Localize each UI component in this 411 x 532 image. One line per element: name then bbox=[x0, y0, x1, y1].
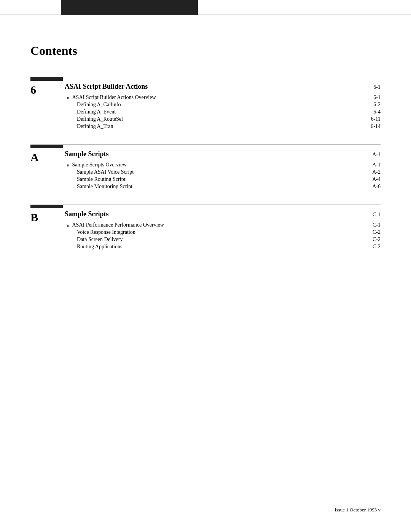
toc-entry-page-a-3: A-6 bbox=[372, 184, 381, 190]
toc-entry-page-b-2: C-2 bbox=[373, 236, 381, 243]
section-content-a: Sample ScriptsA-1nSample Scripts Overvie… bbox=[65, 150, 381, 191]
section-header-6: 6ASAI Script Builder Actions6-1nASAI Scr… bbox=[30, 77, 381, 131]
section-number-a: A bbox=[30, 151, 39, 163]
toc-entry-label-a-1: Sample ASAI Voice Script bbox=[65, 169, 134, 175]
toc-entry-page-6-4: 6-14 bbox=[371, 123, 381, 129]
section-accent-6: 6 bbox=[30, 83, 65, 96]
toc-entry-a-0: nSample Scripts OverviewA-1 bbox=[65, 162, 381, 168]
section-title-label-b: Sample Scripts bbox=[65, 210, 109, 218]
toc-bullet-icon-b-0: n bbox=[67, 223, 69, 227]
section-b: BSample ScriptsC-1nASAI Performance Perf… bbox=[30, 204, 381, 251]
section-title-label-6: ASAI Script Builder Actions bbox=[65, 83, 148, 91]
toc-entries-6: nASAI Script Builder Actions Overview6-1… bbox=[65, 94, 381, 129]
toc-entry-page-b-3: C-2 bbox=[373, 244, 381, 250]
toc-entry-label-b-0: nASAI Performance Performance Overview bbox=[65, 222, 164, 228]
toc-entry-label-b-2: Data Screen Delivery bbox=[65, 236, 123, 243]
section-accent-a: A bbox=[30, 150, 65, 163]
accent-bar-6 bbox=[30, 77, 63, 81]
toc-entries-b: nASAI Performance Performance OverviewC-… bbox=[65, 222, 381, 250]
toc-entry-label-6-1: Defining A_Callinfo bbox=[65, 102, 121, 108]
sections-container: 6ASAI Script Builder Actions6-1nASAI Scr… bbox=[30, 77, 381, 251]
toc-entry-label-a-3: Sample Monitoring Script bbox=[65, 184, 132, 190]
toc-entry-label-b-3: Routing Applications bbox=[65, 244, 122, 250]
toc-entry-page-b-0: C-1 bbox=[373, 222, 381, 228]
toc-entry-label-b-1: Voice Response Integration bbox=[65, 229, 135, 235]
toc-entry-6-3: Defining A_RouteSel6-11 bbox=[65, 116, 381, 122]
section-title-label-a: Sample Scripts bbox=[65, 150, 109, 158]
toc-entry-6-2: Defining A_Event6-4 bbox=[65, 109, 381, 115]
toc-entry-a-2: Sample Routing ScriptA-4 bbox=[65, 176, 381, 182]
toc-entry-page-b-1: C-2 bbox=[373, 229, 381, 235]
toc-entry-b-0: nASAI Performance Performance OverviewC-… bbox=[65, 222, 381, 228]
section-header-a: ASample ScriptsA-1nSample Scripts Overvi… bbox=[30, 145, 381, 191]
section-number-b: B bbox=[30, 211, 38, 224]
section-header-b: BSample ScriptsC-1nASAI Performance Perf… bbox=[30, 205, 381, 251]
toc-label-text-6-0: ASAI Script Builder Actions Overview bbox=[72, 94, 156, 101]
toc-label-text-b-0: ASAI Performance Performance Overview bbox=[72, 222, 164, 228]
toc-entry-6-4: Defining A_Tran6-14 bbox=[65, 123, 381, 129]
section-content-6: ASAI Script Builder Actions6-1nASAI Scri… bbox=[65, 83, 381, 131]
toc-entry-page-6-1: 6-2 bbox=[373, 102, 381, 108]
toc-label-text-a-1: Sample ASAI Voice Script bbox=[77, 169, 134, 175]
section-title-page-b: C-1 bbox=[373, 212, 381, 218]
toc-label-text-6-3: Defining A_RouteSel bbox=[77, 116, 123, 122]
toc-label-text-a-2: Sample Routing Script bbox=[77, 176, 126, 182]
toc-entry-page-a-1: A-2 bbox=[372, 169, 381, 175]
toc-entries-a: nSample Scripts OverviewA-1Sample ASAI V… bbox=[65, 162, 381, 190]
section-title-page-a: A-1 bbox=[372, 152, 381, 158]
toc-label-text-b-2: Data Screen Delivery bbox=[77, 236, 123, 243]
toc-bullet-icon-6-0: n bbox=[67, 95, 69, 100]
toc-entry-6-1: Defining A_Callinfo6-2 bbox=[65, 102, 381, 108]
toc-entry-page-a-2: A-4 bbox=[372, 176, 381, 182]
top-bar bbox=[0, 0, 411, 15]
toc-entry-b-3: Routing ApplicationsC-2 bbox=[65, 244, 381, 250]
toc-label-text-6-4: Defining A_Tran bbox=[77, 123, 113, 129]
section-a: ASample ScriptsA-1nSample Scripts Overvi… bbox=[30, 144, 381, 191]
section-6: 6ASAI Script Builder Actions6-1nASAI Scr… bbox=[30, 77, 381, 131]
page: Contents 6ASAI Script Builder Actions6-1… bbox=[0, 0, 411, 532]
toc-entry-label-a-0: nSample Scripts Overview bbox=[65, 162, 127, 168]
toc-entry-page-6-2: 6-4 bbox=[373, 109, 381, 115]
accent-bar-b bbox=[30, 205, 63, 208]
section-accent-b: B bbox=[30, 210, 65, 224]
toc-entry-page-6-3: 6-11 bbox=[371, 116, 381, 122]
accent-bar-a bbox=[30, 145, 63, 148]
toc-entry-b-1: Voice Response IntegrationC-2 bbox=[65, 229, 381, 235]
section-content-b: Sample ScriptsC-1nASAI Performance Perfo… bbox=[65, 210, 381, 251]
toc-label-text-a-0: Sample Scripts Overview bbox=[72, 162, 127, 168]
toc-entry-a-3: Sample Monitoring ScriptA-6 bbox=[65, 184, 381, 190]
toc-entry-page-6-0: 6-1 bbox=[373, 94, 381, 101]
section-title-row-6: ASAI Script Builder Actions6-1 bbox=[65, 83, 381, 91]
toc-bullet-icon-a-0: n bbox=[67, 163, 69, 167]
toc-entry-label-6-2: Defining A_Event bbox=[65, 109, 116, 115]
toc-entry-page-a-0: A-1 bbox=[372, 162, 381, 168]
toc-entry-label-6-4: Defining A_Tran bbox=[65, 123, 113, 129]
footer-text: Issue 1 October 1993 v bbox=[335, 507, 381, 513]
section-title-row-a: Sample ScriptsA-1 bbox=[65, 150, 381, 158]
toc-entry-label-6-0: nASAI Script Builder Actions Overview bbox=[65, 94, 156, 101]
top-bar-center bbox=[61, 0, 198, 15]
top-bar-right bbox=[198, 0, 411, 15]
section-number-6: 6 bbox=[30, 83, 36, 96]
section-title-row-b: Sample ScriptsC-1 bbox=[65, 210, 381, 218]
toc-entry-b-2: Data Screen DeliveryC-2 bbox=[65, 236, 381, 243]
toc-label-text-b-1: Voice Response Integration bbox=[77, 229, 135, 235]
toc-label-text-6-1: Defining A_Callinfo bbox=[77, 102, 121, 108]
toc-entry-6-0: nASAI Script Builder Actions Overview6-1 bbox=[65, 94, 381, 101]
toc-entry-label-6-3: Defining A_RouteSel bbox=[65, 116, 123, 122]
toc-entry-label-a-2: Sample Routing Script bbox=[65, 176, 126, 182]
section-title-page-6: 6-1 bbox=[373, 84, 381, 90]
toc-label-text-b-3: Routing Applications bbox=[77, 244, 122, 250]
toc-entry-a-1: Sample ASAI Voice ScriptA-2 bbox=[65, 169, 381, 175]
page-footer: Issue 1 October 1993 v bbox=[335, 507, 381, 513]
toc-label-text-6-2: Defining A_Event bbox=[77, 109, 116, 115]
toc-label-text-a-3: Sample Monitoring Script bbox=[77, 184, 132, 190]
page-title: Contents bbox=[30, 44, 381, 58]
top-bar-left bbox=[0, 0, 61, 15]
